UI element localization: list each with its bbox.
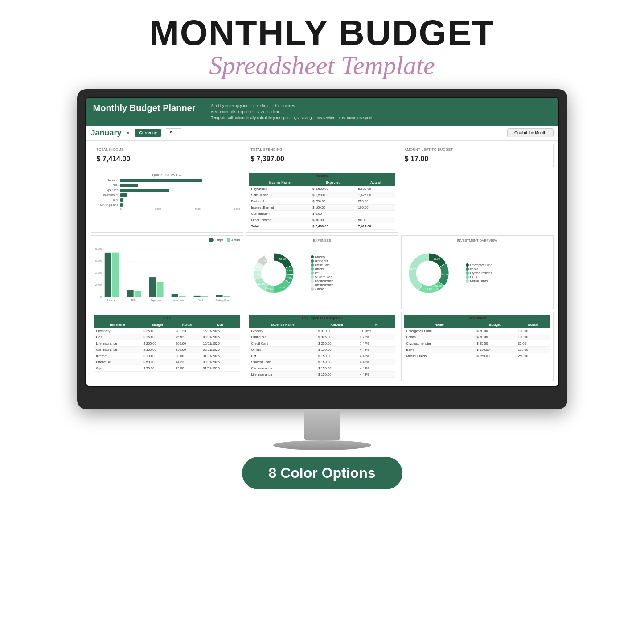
charts-grid: Budget Actual 02,0004,0006,0008,000Incom…: [86, 235, 558, 312]
bill-name: Gym: [94, 365, 141, 371]
income-name: Other Income: [249, 217, 311, 223]
expenses-donut-svg: 18.5%7.5%7.5%16.3%7.5%12.5%7.5%7.5%7.7%: [249, 244, 307, 302]
list-item: Dining out: [311, 259, 333, 263]
svg-text:16.7%: 16.7%: [433, 258, 440, 260]
currency-symbol[interactable]: $: [166, 128, 181, 137]
expense-percent: 4.48%: [357, 359, 395, 365]
income-table-header: Income: [249, 173, 395, 179]
bill-name: Car Insurance: [94, 346, 141, 353]
expense-amount: $ 150.00: [316, 346, 357, 353]
svg-rect-25: [216, 295, 222, 297]
table-row: Gas $ 150.00 75.52 09/01/2025: [94, 334, 240, 340]
legend-label: Cryptocurrencies: [470, 271, 492, 275]
list-item: ETFs: [466, 275, 492, 279]
bill-actual: 44.23: [173, 359, 201, 365]
svg-text:7.5%: 7.5%: [267, 287, 273, 290]
bill-actual: 350.00: [173, 346, 201, 353]
list-item: Grocery: [311, 255, 333, 258]
investment-overview-title: INVESTMENT OVERVIEW: [404, 238, 550, 242]
inv-actual: 115.00: [516, 346, 550, 353]
top-expense-table: Top Expense Categories Expense Name Amou…: [249, 315, 395, 378]
bar-chart-svg: 02,0004,0006,0008,000IncomeBillsExpenses…: [94, 243, 240, 305]
inv-name: Mutual Funds: [404, 353, 475, 359]
bill-budget: $ 50.00: [141, 359, 173, 365]
bill-actual: 98.00: [173, 353, 201, 359]
goal-button[interactable]: Goal of the Month: [507, 128, 554, 137]
svg-text:Investment: Investment: [172, 299, 184, 302]
list-item: Mutual Funds: [466, 279, 492, 283]
expense-amount: $ 325.00: [316, 334, 357, 340]
main-grid: QUICK OVERVIEW IncomeBillsExpensesInvest…: [86, 170, 558, 235]
investment-donut-svg: 16.7%19.2%5.8%16.7%41.7%: [404, 244, 462, 302]
bottom-grid: Bills Bill Name Budget Actual Due Electr…: [86, 312, 558, 386]
legend-dot: [311, 283, 314, 287]
table-row: Bonds $ 50.00 100.00: [404, 334, 550, 340]
table-row: Dining out $ 325.00 9.72%: [249, 334, 395, 340]
income-name: PayCheck: [249, 186, 311, 192]
legend-label: ETFs: [470, 275, 477, 279]
list-item: Cryptocurrencies: [466, 271, 492, 275]
list-item: Life Insurance: [311, 283, 333, 287]
svg-text:Sinking Fund: Sinking Fund: [215, 299, 230, 302]
expenses-donut-area: 18.5%7.5%7.5%16.3%7.5%12.5%7.5%7.5%7.7% …: [249, 244, 395, 302]
income-name: Side Hustle: [249, 192, 311, 198]
income-actual: 250.00: [356, 198, 395, 204]
month-label[interactable]: January: [91, 128, 122, 138]
table-row: PayCheck $ 5,500.00 5,589.00: [249, 186, 395, 192]
income-name: Interest Earned: [249, 204, 311, 210]
qo-row-label: Investment: [94, 193, 119, 197]
inv-name: ETFs: [404, 346, 475, 353]
investment-table: Investment Name Budget Actual Emergency …: [404, 315, 550, 359]
col-inv-actual: Actual: [516, 321, 550, 328]
table-row: Internet $ 100.00 98.00 31/01/2025: [94, 353, 240, 359]
col-expected: Expected: [310, 179, 356, 186]
qo-bar: [120, 198, 123, 202]
instruction-3: - Template will automatically calculate …: [209, 115, 373, 121]
income-actual: [356, 210, 395, 217]
total-spending-card: TOTAL SPENDING $ 7,397.00: [245, 144, 399, 167]
expense-amount: $ 370.00: [316, 328, 357, 334]
summary-cards: TOTAL INCOME $ 7,414.00 TOTAL SPENDING $…: [91, 144, 554, 167]
expense-amount: $ 150.00: [316, 365, 357, 371]
table-row: ETFs $ 150.00 115.00: [404, 346, 550, 353]
sub-title: Spreadsheet Template: [149, 50, 495, 80]
inv-budget: $ 50.00: [475, 328, 516, 334]
list-item: Pet: [311, 271, 333, 275]
bills-header: Bills: [94, 315, 240, 321]
investment-table-header: Investment: [404, 315, 550, 321]
currency-button[interactable]: Currency: [135, 129, 161, 137]
expense-percent: 4.48%: [357, 346, 395, 353]
top-banner: Monthly Budget Planner - Start by enteri…: [86, 98, 558, 126]
income-expected: $ 5,500.00: [310, 186, 356, 192]
legend-dot: [466, 263, 469, 267]
bill-due: 15/01/2025: [201, 340, 240, 346]
amount-left-card: AMOUNT LEFT TO BUDGET $ 17.00: [399, 144, 553, 167]
monitor-outer: Monthly Budget Planner - Start by enteri…: [77, 89, 567, 409]
month-dropdown[interactable]: ▼: [126, 131, 131, 135]
legend-dot: [311, 279, 314, 283]
legend-label: Car Insurance: [315, 279, 333, 283]
inv-actual: 35.00: [516, 340, 550, 346]
svg-text:7.5%: 7.5%: [286, 277, 292, 279]
qo-row: Income: [94, 179, 240, 182]
color-options-badge[interactable]: 8 Color Options: [242, 457, 402, 489]
col-income-name: Income Name: [249, 179, 311, 186]
table-row: Other Income $ 50.00 50.00: [249, 217, 395, 223]
expense-name: Student Loan: [249, 359, 316, 365]
bill-due: 31/01/2025: [201, 353, 240, 359]
table-row: Phone Bill $ 50.00 44.23 30/01/2025: [94, 359, 240, 365]
legend-dot: [311, 275, 314, 279]
page-wrapper: MONTHLY BUDGET Spreadsheet Template Mont…: [0, 0, 644, 644]
svg-rect-10: [104, 253, 111, 297]
table-row: Others $ 150.00 4.48%: [249, 346, 395, 353]
legend-dot: [466, 279, 469, 283]
svg-text:7.5%: 7.5%: [254, 273, 260, 276]
legend-label: Mutual Funds: [470, 279, 488, 283]
legend-label: Dining out: [315, 259, 328, 263]
legend-label: Grocery: [315, 255, 325, 258]
table-row: Interest Earned $ 100.00 100.00: [249, 204, 395, 210]
total-income-card: TOTAL INCOME $ 7,414.00: [91, 144, 246, 167]
inv-name: Bonds: [404, 334, 475, 340]
expense-amount: $ 150.00: [316, 353, 357, 359]
income-actual: 5,589.00: [356, 186, 395, 192]
